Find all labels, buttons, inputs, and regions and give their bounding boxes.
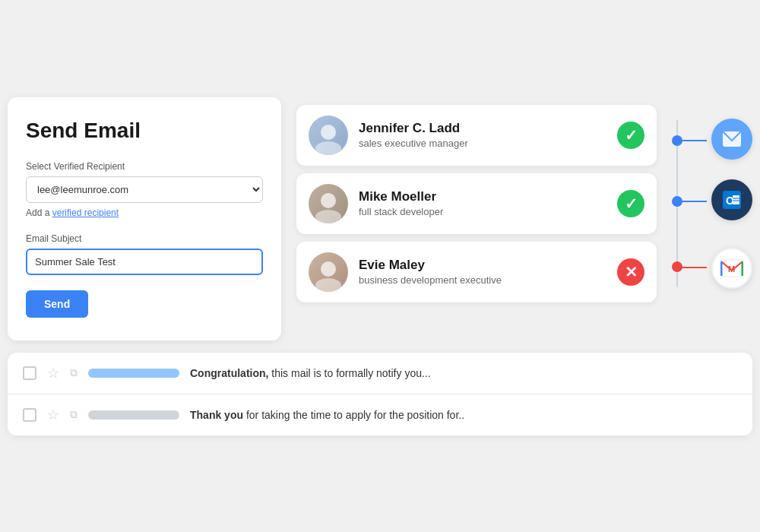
recipient-role: sales executive manager — [359, 138, 606, 149]
recipient-label: Select Verified Recipient — [26, 161, 263, 172]
recipient-role: full stack developer — [359, 206, 606, 217]
recipient-list: Jennifer C. Ladd sales executive manager… — [296, 105, 657, 302]
row-text: Congratulation, this mail is to formally… — [190, 367, 737, 379]
verified-link-row: Add a verified recipient — [26, 207, 263, 218]
row-text: Thank you for taking the time to apply f… — [190, 409, 737, 421]
recipient-info: Jennifer C. Ladd sales executive manager — [359, 121, 606, 149]
send-email-card: Send Email Select Verified Recipient lee… — [8, 97, 281, 340]
recipient-select[interactable]: lee@leemunroe.com — [26, 176, 263, 203]
status-check-badge: ✓ — [617, 122, 644, 149]
recipient-info: Mike Moeller full stack developer — [359, 189, 606, 217]
recipients-section: Jennifer C. Ladd sales executive manager… — [296, 97, 752, 310]
email-service-icon-outlook: O — [711, 179, 752, 220]
top-section: Send Email Select Verified Recipient lee… — [8, 97, 752, 340]
row-rest-text: for taking the time to apply for the pos… — [243, 409, 464, 421]
recipient-field-group: Select Verified Recipient lee@leemunroe.… — [26, 161, 263, 218]
row-color-bar — [88, 369, 179, 378]
avatar — [309, 252, 348, 292]
verified-prefix: Add a — [26, 207, 49, 218]
status-check-badge: ✓ — [617, 190, 644, 217]
link-icon[interactable]: ⧉ — [70, 366, 78, 379]
recipient-card: Evie Maley business development executiv… — [296, 242, 657, 302]
send-email-title: Send Email — [26, 119, 263, 143]
link-icon[interactable]: ⧉ — [70, 408, 78, 421]
row-checkbox[interactable] — [23, 408, 36, 422]
recipient-name: Jennifer C. Ladd — [359, 121, 606, 136]
recipient-name: Evie Maley — [359, 258, 606, 273]
recipient-name: Mike Moeller — [359, 189, 606, 204]
verified-link[interactable]: verified recipient — [52, 207, 119, 218]
send-button[interactable]: Send — [26, 290, 88, 318]
connectors-icons: O M — [669, 97, 752, 310]
subject-input[interactable] — [26, 249, 263, 275]
recipient-card: Mike Moeller full stack developer ✓ — [296, 173, 657, 234]
svg-text:M: M — [728, 264, 735, 274]
star-icon[interactable]: ☆ — [47, 365, 59, 382]
row-bold-text: Congratulation, — [190, 367, 268, 379]
connector-h-line-top — [676, 140, 707, 141]
connector-h-line-bot — [676, 267, 707, 268]
svg-rect-3 — [733, 195, 739, 204]
avatar — [309, 116, 348, 155]
subject-field-group: Email Subject — [26, 233, 263, 275]
row-checkbox[interactable] — [23, 366, 36, 380]
email-rows-section: ☆ ⧉ Congratulation, this mail is to form… — [8, 353, 752, 435]
avatar — [309, 184, 348, 223]
recipient-role: business development executive — [359, 274, 606, 286]
connector-h-line-mid — [676, 201, 707, 202]
main-container: Send Email Select Verified Recipient lee… — [8, 97, 752, 435]
row-color-bar — [88, 410, 179, 420]
email-service-icon-envelope — [711, 119, 752, 160]
row-bold-text: Thank you — [190, 409, 243, 421]
recipient-info: Evie Maley business development executiv… — [359, 258, 606, 286]
subject-label: Email Subject — [26, 233, 263, 244]
email-row: ☆ ⧉ Congratulation, this mail is to form… — [8, 353, 752, 394]
recipient-card: Jennifer C. Ladd sales executive manager… — [296, 105, 657, 166]
star-icon[interactable]: ☆ — [47, 407, 59, 423]
email-row: ☆ ⧉ Thank you for taking the time to app… — [8, 394, 752, 435]
status-x-badge: ✕ — [617, 258, 644, 286]
email-service-icon-gmail: M — [711, 248, 752, 289]
row-rest-text: this mail is to formally notify you... — [268, 367, 430, 379]
